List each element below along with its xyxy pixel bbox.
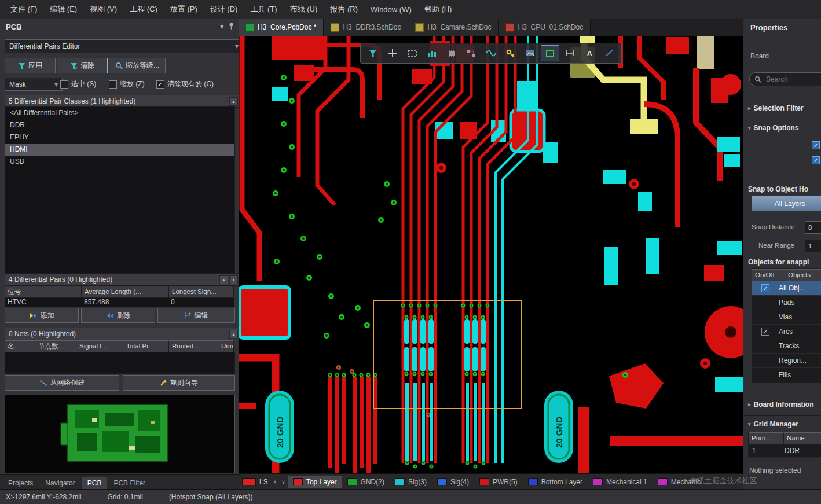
section-board-information[interactable]: ▸ Board Information bbox=[748, 400, 814, 409]
doc-tab-h3-camare-schdoc[interactable]: H3_Camare.SchDoc bbox=[408, 19, 499, 36]
panel-tab-pcb-filter[interactable]: PCB Filter bbox=[108, 477, 151, 490]
scroll-up-icon[interactable]: ▴ bbox=[219, 275, 228, 284]
panel-options-icon[interactable]: ▾ bbox=[220, 23, 223, 30]
zoom-checkbox[interactable]: 缩放 (Z) bbox=[109, 79, 145, 89]
pairs-col-average-length[interactable]: Average Length (... bbox=[82, 286, 169, 298]
pcb-canvas-area[interactable]: 20 GND 20 GND bbox=[239, 36, 743, 473]
menu-item-project[interactable]: 工程 (C) bbox=[124, 1, 163, 17]
line-tool-icon[interactable] bbox=[600, 45, 618, 61]
properties-search[interactable] bbox=[749, 72, 821, 86]
doc-tab-h3-cpu-01-schdoc[interactable]: H3_CPU_01.SchDoc bbox=[499, 19, 591, 36]
select-checkbox[interactable]: 选中 (S) bbox=[60, 79, 96, 89]
clear-existing-checkbox[interactable]: ✓ 清除现有的 (C) bbox=[156, 79, 214, 89]
nets-col-name[interactable]: 名... bbox=[5, 340, 35, 352]
snap-object-row-all[interactable]: ✓ All Obj... bbox=[752, 281, 821, 296]
grid-row-ddr[interactable]: 1 DDR bbox=[749, 444, 821, 458]
layer-tab-sig4[interactable]: Sig(4) bbox=[433, 476, 474, 488]
pairs-row[interactable]: HTVC 857.488 0 bbox=[5, 298, 234, 307]
rule-wizard-button[interactable]: 规则向导 bbox=[123, 375, 235, 391]
snap-option-checkbox-1[interactable]: ✓ bbox=[812, 141, 820, 149]
nets-col-unrouted[interactable]: Unrout... bbox=[218, 340, 234, 352]
layer-tab-top-layer[interactable]: Top Layer bbox=[288, 476, 342, 488]
menu-item-place[interactable]: 放置 (P) bbox=[164, 1, 203, 17]
scroll-up-icon[interactable]: ▴ bbox=[229, 97, 238, 106]
doc-tab-h3-ddr3-schdoc[interactable]: H3_DDR3.SchDoc bbox=[324, 19, 408, 36]
panel-tab-pcb[interactable]: PCB bbox=[82, 477, 108, 490]
scroll-down-icon[interactable]: ▾ bbox=[229, 275, 238, 284]
snap-col-onoff[interactable]: On/Off bbox=[752, 269, 785, 281]
layer-tab-pwr5[interactable]: PWR(5) bbox=[475, 476, 522, 488]
section-selection-filter[interactable]: ▸ Selection Filter bbox=[748, 104, 804, 112]
measure-tool-icon[interactable] bbox=[560, 45, 579, 61]
layer-next-icon[interactable]: ∨ bbox=[280, 479, 287, 485]
wave-tool-icon[interactable] bbox=[482, 45, 500, 61]
snap-object-row-vias[interactable]: Vias bbox=[752, 310, 821, 325]
grid-col-name[interactable]: Name bbox=[784, 432, 821, 444]
layer-tab-gnd2[interactable]: GND(2) bbox=[343, 476, 389, 488]
section-snap-options[interactable]: ▾ Snap Options bbox=[748, 124, 799, 132]
snap-object-row-fills[interactable]: Fills bbox=[752, 368, 821, 382]
snap-object-row-regions[interactable]: Region... bbox=[752, 354, 821, 368]
snap-distance-field[interactable]: 8 bbox=[805, 221, 821, 234]
layer-tab-mechanical-2[interactable]: Mechanic... bbox=[653, 476, 711, 488]
mask-select[interactable]: Mask ▾ bbox=[5, 78, 63, 91]
checkbox-checked[interactable]: ✓ bbox=[761, 328, 769, 336]
select-rect-tool-icon[interactable] bbox=[541, 45, 559, 61]
menu-item-file[interactable]: 文件 (F) bbox=[5, 1, 43, 17]
layer-scope-button[interactable]: All Layers bbox=[752, 196, 821, 211]
remove-button[interactable]: 删除 bbox=[81, 308, 155, 323]
snap-object-row-arcs[interactable]: ✓ Arcs bbox=[752, 325, 821, 339]
gnd-pad-right[interactable]: 20 GND bbox=[544, 391, 573, 463]
scroll-up-icon[interactable]: ▴ bbox=[229, 330, 238, 339]
interactive-routing-tool-icon[interactable] bbox=[423, 45, 441, 61]
pairs-col-longest-signal[interactable]: Longest Sign... bbox=[169, 286, 234, 298]
gnd-pad-left[interactable]: 20 GND bbox=[265, 391, 294, 463]
menu-item-view[interactable]: 视图 (V) bbox=[84, 1, 123, 17]
component-tool-icon[interactable] bbox=[442, 45, 461, 61]
menu-item-design[interactable]: 设计 (D) bbox=[204, 1, 244, 17]
search-input[interactable] bbox=[765, 75, 813, 84]
zoom-level-button[interactable]: 缩放等级... bbox=[109, 58, 166, 73]
class-item-usb[interactable]: USB bbox=[5, 156, 234, 168]
menu-item-help[interactable]: 帮助 (H) bbox=[419, 1, 458, 17]
key-tool-icon[interactable] bbox=[501, 45, 520, 61]
nets-col-total-pins[interactable]: Total Pi... bbox=[123, 340, 169, 352]
panel-tab-navigator[interactable]: Navigator bbox=[39, 477, 80, 490]
nets-col-node-count[interactable]: 节点数... bbox=[35, 340, 76, 352]
current-layer-swatch[interactable] bbox=[242, 478, 256, 485]
menu-item-reports[interactable]: 报告 (R) bbox=[324, 1, 364, 17]
near-range-field[interactable]: 1 bbox=[805, 240, 821, 252]
image-tool-icon[interactable] bbox=[521, 45, 540, 61]
class-item-ddr[interactable]: DDR bbox=[5, 119, 234, 131]
layer-prev-icon[interactable]: ∧ bbox=[272, 479, 279, 485]
menu-item-route[interactable]: 布线 (U) bbox=[284, 1, 324, 17]
add-button[interactable]: 添加 bbox=[5, 308, 79, 323]
select-area-tool-icon[interactable] bbox=[403, 45, 422, 61]
layer-tab-sig3[interactable]: Sig(3) bbox=[390, 476, 431, 488]
snap-option-checkbox-2[interactable]: ✓ bbox=[812, 156, 820, 164]
checkbox-checked[interactable]: ✓ bbox=[761, 284, 769, 292]
class-item-ephy[interactable]: EPHY bbox=[5, 131, 234, 144]
text-tool-icon[interactable]: A bbox=[580, 45, 599, 61]
apply-button[interactable]: 应用 bbox=[5, 58, 56, 73]
snap-col-objects[interactable]: Objects bbox=[785, 269, 821, 281]
net-tool-icon[interactable] bbox=[462, 45, 481, 61]
class-item-hdmi[interactable]: HDMI bbox=[5, 144, 234, 156]
class-item-all-differential-pairs[interactable]: <All Differential Pairs> bbox=[5, 107, 234, 119]
section-grid-manager[interactable]: ▾ Grid Manager bbox=[748, 420, 798, 428]
doc-tab-h3-core-pcbdoc[interactable]: H3_Core.PcbDoc * bbox=[239, 19, 324, 36]
menu-item-tools[interactable]: 工具 (T) bbox=[244, 1, 283, 17]
edit-button[interactable]: 编辑 bbox=[157, 308, 235, 323]
panel-pin-icon[interactable] bbox=[229, 23, 234, 31]
menu-item-edit[interactable]: 编辑 (E) bbox=[44, 1, 83, 17]
grid-col-priority[interactable]: Prior... bbox=[749, 432, 784, 444]
snap-object-row-tracks[interactable]: Tracks bbox=[752, 339, 821, 354]
pcb-canvas[interactable]: 20 GND 20 GND bbox=[239, 36, 743, 473]
clear-button[interactable]: 清除 bbox=[57, 58, 108, 73]
nets-col-routed[interactable]: Routed ... bbox=[169, 340, 218, 352]
board-preview[interactable] bbox=[5, 395, 235, 473]
panel-tab-projects[interactable]: Projects bbox=[2, 477, 39, 490]
pairs-col-designator[interactable]: 位号 bbox=[5, 286, 82, 298]
layer-tab-bottom-layer[interactable]: Bottom Layer bbox=[523, 476, 587, 488]
menu-item-window[interactable]: Window (W) bbox=[365, 2, 417, 17]
